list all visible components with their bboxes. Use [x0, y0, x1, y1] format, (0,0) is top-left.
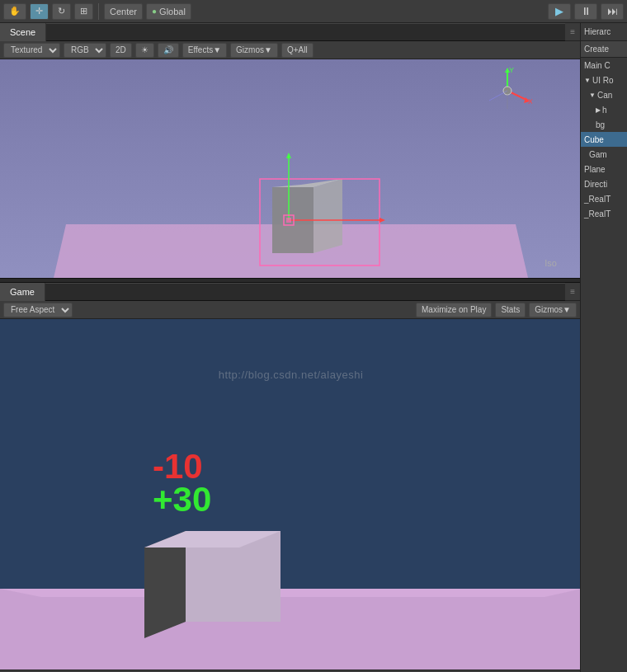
hierarchy-create-btn[interactable]: Create	[581, 41, 627, 58]
gizmos-label: Gizmos	[236, 45, 264, 54]
scene-tab-bar: Scene ≡	[0, 23, 580, 41]
hier-item-maincamera[interactable]: Main C	[581, 58, 627, 73]
scale-tool-btn[interactable]: ⊞	[74, 3, 93, 20]
rgb-select[interactable]: RGB	[64, 43, 106, 58]
svg-line-20	[489, 91, 507, 101]
hier-label: h	[602, 106, 607, 115]
hierarchy-panel: Hierarc Create Main C ▼ UI Ro ▼ Can ▶ h …	[580, 23, 627, 672]
play-controls: ▶ ⏸ ⏭	[548, 3, 624, 20]
hier-item-bg[interactable]: bg	[581, 117, 627, 132]
scene-panel-menu[interactable]: ≡	[565, 27, 580, 36]
svg-marker-4	[314, 179, 342, 253]
hier-label: bg	[596, 120, 605, 129]
aspect-select[interactable]: Free Aspect	[3, 303, 73, 317]
game-tab-bar: Game ≡	[0, 283, 580, 301]
audio-btn[interactable]: 🔊	[158, 43, 179, 58]
effects-btn[interactable]: Effects ▼	[182, 43, 227, 58]
scene-panel: Scene ≡ Textured RGB 2D ☀ 🔊 Effects ▼	[0, 23, 580, 278]
hier-label: Main C	[584, 61, 610, 70]
scene-controls: Textured RGB 2D ☀ 🔊 Effects ▼ Gizmos ▼ Q…	[0, 41, 580, 59]
scene-tab[interactable]: Scene	[0, 23, 46, 41]
svg-text:X: X	[528, 97, 532, 106]
gizmo-svg: Y X	[483, 66, 532, 115]
hier-arrow: ▼	[584, 77, 591, 84]
stats-btn[interactable]: Stats	[495, 303, 526, 317]
top-toolbar: ✋ ✛ ↻ ⊞ Center ● Global ▶ ⏸ ⏭	[0, 0, 627, 23]
hier-label: Directi	[584, 180, 607, 189]
sep1	[98, 3, 99, 20]
step-btn[interactable]: ⏭	[601, 3, 624, 20]
hier-arrow: ▶	[596, 106, 601, 114]
rotate-tool-btn[interactable]: ↻	[52, 3, 71, 20]
play-btn[interactable]: ▶	[548, 3, 571, 20]
hier-item-uiroot[interactable]: ▼ UI Ro	[581, 73, 627, 87]
game-3d-scene	[0, 523, 582, 672]
main-area: Scene ≡ Textured RGB 2D ☀ 🔊 Effects ▼	[0, 23, 627, 672]
watermark-text: http://blog.csdn.net/alayeshi	[0, 369, 582, 381]
hier-item-cube[interactable]: Cube	[581, 132, 627, 147]
sun-btn[interactable]: ☀	[135, 43, 154, 58]
maximize-on-play-btn[interactable]: Maximize on Play	[416, 303, 492, 317]
game-tab[interactable]: Game	[0, 283, 45, 301]
hand-tool-btn[interactable]: ✋	[3, 3, 26, 20]
pause-btn[interactable]: ⏸	[574, 3, 597, 20]
2d-btn[interactable]: 2D	[110, 43, 132, 58]
effects-label: Effects	[188, 45, 213, 54]
global-btn[interactable]: ● Global	[146, 3, 191, 20]
game-controls: Free Aspect Maximize on Play Stats Gizmo…	[0, 301, 580, 319]
iso-label: Iso	[544, 258, 557, 268]
hierarchy-title: Hierarc	[581, 23, 627, 41]
hier-item-directional[interactable]: Directi	[581, 176, 627, 191]
hier-label: Cube	[584, 135, 604, 144]
scene-viewport: Y X Iso	[0, 59, 582, 278]
game-gizmos-label: Gizmos	[535, 305, 563, 314]
texture-select[interactable]: Textured	[3, 43, 60, 58]
hier-label: Plane	[584, 165, 606, 174]
hier-label: Gam	[589, 150, 607, 159]
center-label: Center	[110, 7, 137, 16]
hier-item-realt2[interactable]: _RealT	[581, 206, 627, 221]
hier-item-realt1[interactable]: _RealT	[581, 191, 627, 206]
hier-label: _RealT	[584, 195, 610, 204]
move-tool-btn[interactable]: ✛	[30, 3, 49, 20]
left-panels: Scene ≡ Textured RGB 2D ☀ 🔊 Effects ▼	[0, 23, 580, 672]
hier-label: Can	[597, 91, 612, 100]
hier-item-game[interactable]: Gam	[581, 147, 627, 162]
hier-label: UI Ro	[592, 76, 614, 85]
hier-item-h[interactable]: ▶ h	[581, 102, 627, 117]
svg-rect-12	[286, 218, 291, 223]
game-gizmos-btn[interactable]: Gizmos ▼	[529, 303, 577, 317]
global-label: Global	[159, 7, 186, 16]
svg-marker-23	[0, 589, 582, 597]
gizmos-btn[interactable]: Gizmos ▼	[230, 43, 278, 58]
hier-item-plane[interactable]: Plane	[581, 162, 627, 176]
gizmos-arrow: ▼	[264, 45, 272, 54]
center-btn[interactable]: Center	[104, 3, 143, 20]
hier-label: _RealT	[584, 209, 610, 219]
hier-arrow: ▼	[589, 92, 596, 99]
game-panel-menu[interactable]: ≡	[565, 287, 580, 296]
effects-arrow: ▼	[213, 45, 221, 54]
svg-marker-22	[0, 589, 582, 672]
search-btn[interactable]: Q+All	[281, 43, 314, 58]
svg-text:Y: Y	[509, 66, 514, 74]
game-viewport: http://blog.csdn.net/alayeshi -10 +30	[0, 319, 582, 672]
scene-gizmo: Y X	[483, 66, 532, 115]
game-panel: Game ≡ Free Aspect Maximize on Play Stat…	[0, 283, 580, 672]
score-positive: +30	[153, 480, 211, 519]
hier-item-canvas[interactable]: ▼ Can	[581, 87, 627, 102]
